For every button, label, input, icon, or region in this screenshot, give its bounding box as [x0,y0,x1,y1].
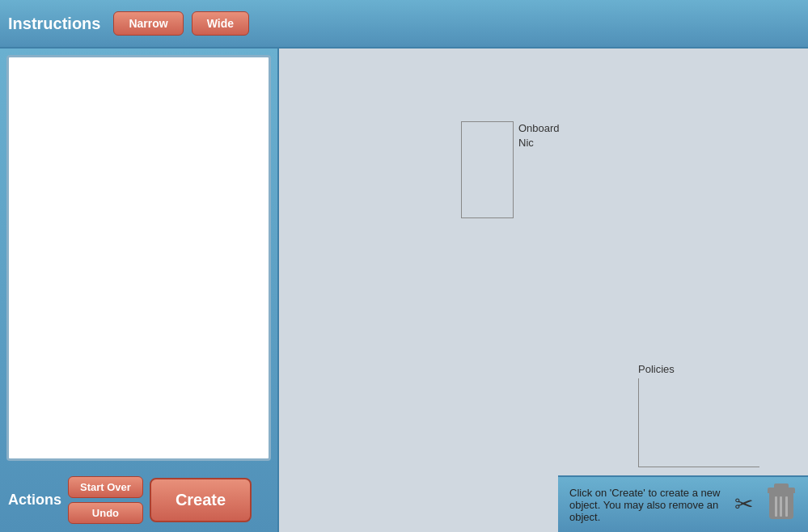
onboard-nic-box [461,121,514,218]
left-panel: Actions Start Over Undo Create [0,49,279,532]
scissors-icon[interactable]: ✂ [734,493,753,516]
trash-lid [768,488,795,493]
instructions-canvas [6,55,271,461]
header-bar: Instructions Narrow Wide [0,0,808,49]
wide-button[interactable]: Wide [192,11,249,36]
policies-node[interactable]: Policies [638,363,759,467]
create-button[interactable]: Create [150,478,252,522]
trash-line-3 [785,496,788,517]
narrow-button[interactable]: Narrow [113,11,183,36]
instructions-title: Instructions [8,15,100,33]
actions-bar: Actions Start Over Undo Create [0,467,277,532]
trash-body [769,493,793,519]
trash-line-1 [775,496,777,517]
instructions-area [0,49,277,467]
onboard-nic-label: Onboard Nic [518,121,560,150]
status-bar: Click on 'Create' to create a new object… [558,475,808,532]
trash-icon[interactable] [766,488,797,521]
actions-secondary-buttons: Start Over Undo [68,476,143,524]
main-layout: Actions Start Over Undo Create Onboard N… [0,49,808,532]
onboard-nic-node[interactable]: Onboard Nic [461,121,560,218]
actions-title: Actions [8,492,61,509]
policies-label: Policies [638,363,759,375]
trash-line-2 [780,496,782,517]
policies-box [638,378,759,467]
start-over-button[interactable]: Start Over [68,476,143,498]
undo-button[interactable]: Undo [68,502,143,524]
canvas-area: Onboard Nic Policies Click on 'Create' t… [279,49,808,532]
status-message: Click on 'Create' to create a new object… [569,487,721,523]
